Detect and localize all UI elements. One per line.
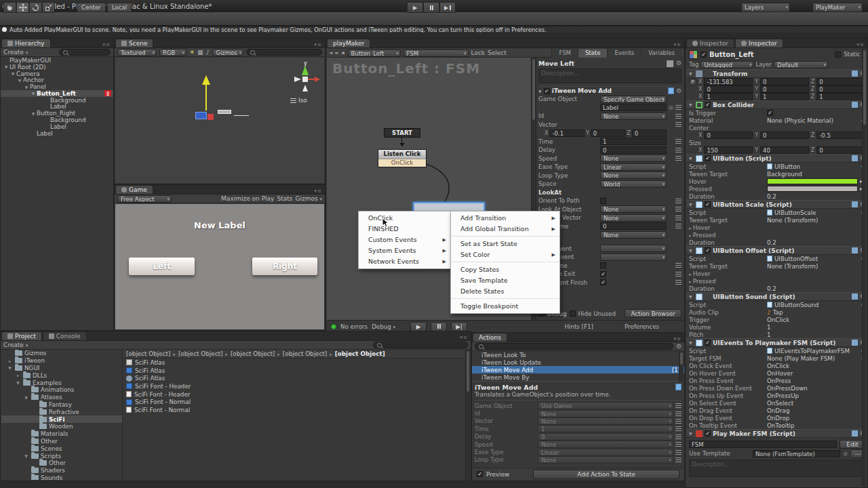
fsm-step-button[interactable]: ▶| [451, 322, 467, 331]
status-bar[interactable]: Auto Added PlayMakerGUI to scene. Note, … [0, 26, 868, 33]
hierarchy-row[interactable]: Label ⣿ [1, 104, 113, 110]
hierarchy-row[interactable]: Background ⣿ [1, 97, 113, 104]
fold-arrow-icon[interactable]: ▼ [689, 431, 694, 436]
fold-arrow-icon[interactable]: ▼ [689, 294, 694, 299]
parameter-dropdown[interactable]: None [600, 113, 667, 120]
project-search-input[interactable] [373, 342, 468, 348]
fsm-name-field[interactable]: FSM [689, 441, 837, 448]
property-value[interactable]: UIButtonOffset⊙ [767, 256, 865, 262]
gameobject-name-field[interactable]: Button_Left [709, 51, 832, 58]
add-action-to-state-button[interactable]: Add Action To State [533, 470, 679, 479]
z-field[interactable]: -0.5 [816, 131, 865, 139]
expand-arrow-icon[interactable]: ▼ [30, 111, 37, 116]
property-value[interactable]: None (Transform) [767, 263, 865, 270]
expand-arrow-icon[interactable]: ▼ [9, 71, 16, 76]
object-picker-icon[interactable]: ⊙ [843, 451, 848, 457]
fsm-start-node[interactable]: START [384, 128, 420, 138]
layout-dropdown[interactable]: PlayMaker [812, 3, 863, 12]
x-field[interactable]: -0.1 [549, 129, 584, 137]
scrollbar-thumb[interactable] [680, 352, 683, 365]
nav-recent-icon[interactable]: ▪ [342, 50, 345, 56]
menu-item[interactable]: Toggle Breakpoint ▶ [451, 301, 559, 312]
aspect-dropdown[interactable]: Free Aspect [117, 195, 172, 203]
create-button[interactable]: Create ▾ [3, 49, 28, 56]
breadcrumb-item[interactable]: [object Object] [275, 350, 327, 357]
project-folder-row[interactable]: Gizmos [1, 350, 122, 357]
z-field[interactable]: 0 [816, 146, 865, 154]
expand-arrow-icon[interactable]: ▼ [30, 91, 37, 96]
action-enabled-checkbox[interactable] [544, 88, 550, 94]
expand-arrow-icon[interactable]: ▼ [3, 64, 9, 69]
variable-menu-icon[interactable] [675, 224, 682, 228]
property-value[interactable]: 0.2 [767, 193, 865, 200]
rotate-tool-button[interactable] [29, 2, 42, 13]
reference-icon[interactable] [852, 70, 858, 77]
component-enabled-checkbox[interactable] [705, 430, 711, 436]
component-enabled-checkbox[interactable] [705, 102, 711, 108]
menu-item[interactable]: Custom Events ▶ [359, 235, 450, 245]
component-enabled-checkbox[interactable] [705, 340, 711, 346]
tab-hierarchy[interactable]: Hierarchy [1, 39, 51, 47]
expand-arrow-icon[interactable]: ▼ [15, 380, 21, 385]
gear-icon[interactable]: ⚙ [676, 344, 682, 350]
parameter-dropdown[interactable]: Specify Game Object [600, 96, 667, 103]
property-value[interactable]: None (Play Maker FSM)⊙ [767, 355, 865, 362]
hierarchy-row[interactable]: ▼ Anchor ⣿ [1, 77, 113, 83]
variable-menu-icon[interactable] [675, 207, 682, 211]
skybox-toggle-icon[interactable]: ▦ [197, 49, 203, 56]
fold-arrow-icon[interactable]: ▼ [689, 340, 694, 345]
state-color-swatch[interactable] [667, 60, 673, 67]
playmaker-view-tab[interactable]: Variables [641, 49, 682, 58]
file-row[interactable]: SciFi Atlas [123, 359, 465, 367]
step-button[interactable]: ▶ [439, 2, 456, 13]
space-mode-button[interactable]: Local [107, 3, 132, 12]
fold-arrow-icon[interactable]: ▼ [689, 202, 694, 207]
menu-item[interactable]: System Events ▶ [359, 245, 450, 256]
property-value[interactable]: UIEventsToPlaymakerFSM⊙ [767, 348, 865, 354]
project-folder-row[interactable]: ▼ Atlases [1, 394, 122, 401]
hierarchy-row[interactable]: ▼ Camera ⣿ [1, 70, 113, 77]
menu-item[interactable]: OnClick ▶ [359, 213, 450, 224]
action-list-item[interactable]: iTween Look To [472, 351, 684, 359]
scrollbar-thumb[interactable] [863, 50, 866, 125]
component-enabled-checkbox[interactable] [705, 247, 711, 253]
hints-label[interactable]: Hints [F1] [564, 323, 593, 330]
y-field[interactable]: 0 [760, 85, 809, 93]
create-button[interactable]: Create ▾ [3, 342, 28, 348]
pause-button[interactable] [423, 2, 439, 13]
gear-icon[interactable]: ⚙ [676, 88, 682, 94]
y-field[interactable]: 0 [760, 78, 809, 85]
scene-orientation-gizmo[interactable]: y [289, 59, 321, 94]
variable-menu-icon[interactable] [675, 114, 682, 119]
menu-item[interactable]: Copy States ▶ [451, 264, 559, 275]
parameter-checkbox[interactable] [600, 262, 606, 268]
z-field[interactable]: 1 [816, 93, 865, 100]
fsm-name-dropdown[interactable]: FSM [403, 49, 469, 57]
target-picker-icon[interactable]: ◎ [669, 104, 673, 110]
inspector-scrollbar[interactable] [862, 49, 867, 487]
project-folder-row[interactable]: Materials [1, 430, 122, 438]
expand-arrow-icon[interactable]: ▼ [23, 395, 29, 400]
expand-arrow-icon[interactable]: ▼ [23, 453, 29, 458]
fold-arrow-icon[interactable]: ▼ [689, 156, 694, 161]
file-row[interactable]: SciFi Font - Header [123, 382, 465, 390]
property-value[interactable]: None (Transform) [767, 217, 865, 224]
action-doc-icon[interactable] [668, 87, 674, 94]
preview-checkbox[interactable] [477, 471, 483, 477]
panel-menu-icon[interactable]: ▾≡ [312, 188, 325, 194]
breadcrumb-item[interactable]: [object Object] [222, 350, 275, 357]
pan-tool-button[interactable] [3, 2, 16, 13]
breadcrumb-item[interactable]: [object Object] [327, 350, 385, 357]
fsm-pause-button[interactable] [431, 322, 447, 331]
variable-menu-icon[interactable] [675, 199, 682, 203]
z-field[interactable]: 0 [632, 129, 667, 137]
project-folder-row[interactable]: Other [1, 460, 122, 467]
component-enabled-checkbox[interactable] [705, 155, 711, 161]
variable-menu-icon[interactable] [675, 216, 682, 220]
parameter-checkbox[interactable] [600, 279, 606, 285]
layer-dropdown[interactable]: Default [774, 61, 828, 68]
property-checkbox[interactable] [767, 110, 773, 116]
property-value[interactable]: 0.2 [767, 239, 865, 246]
menu-item[interactable]: Set as Start State ▶ [451, 239, 559, 249]
state-node-transition[interactable]: OnClick [378, 159, 426, 167]
